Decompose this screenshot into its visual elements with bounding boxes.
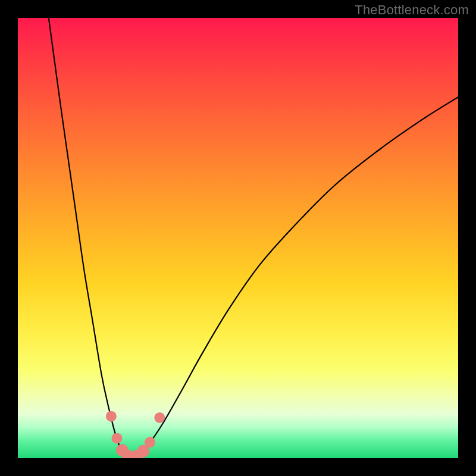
curve-right [132, 97, 458, 458]
curve-left [49, 18, 133, 458]
data-marker [106, 411, 117, 422]
data-marker [112, 433, 123, 444]
watermark-text: TheBottleneck.com [355, 2, 469, 18]
chart-svg [18, 18, 458, 458]
chart-frame: TheBottleneck.com [0, 0, 476, 476]
plot-area [18, 18, 458, 458]
data-marker [154, 412, 165, 423]
data-marker [145, 437, 155, 447]
